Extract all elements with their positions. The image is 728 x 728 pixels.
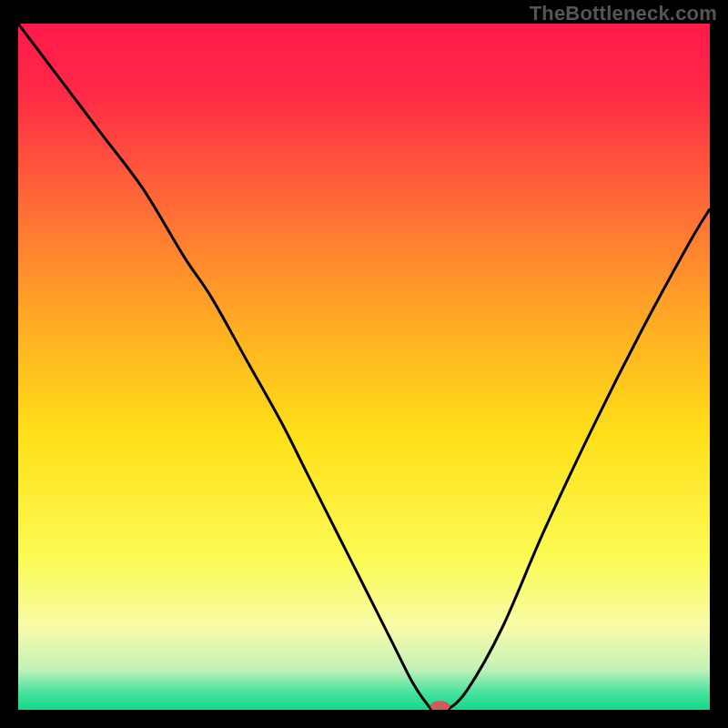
- chart-svg: [18, 24, 710, 710]
- gradient-background: [18, 24, 710, 710]
- plot-area: [18, 24, 710, 710]
- watermark-text: TheBottleneck.com: [530, 2, 717, 25]
- chart-frame: TheBottleneck.com: [0, 0, 728, 728]
